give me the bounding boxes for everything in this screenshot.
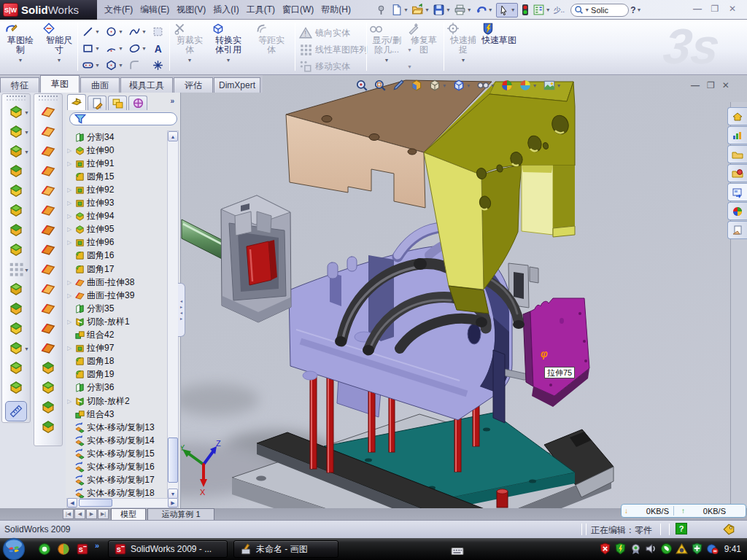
- tree-item[interactable]: 圆角16: [67, 249, 166, 262]
- taskbar-button-solidworks[interactable]: S SolidWorks 2009 - ...: [108, 540, 228, 558]
- tray-certificate-icon[interactable]: [630, 542, 642, 555]
- tool-surface-knit[interactable]: [34, 259, 62, 279]
- quicklaunch-overflow-chevron[interactable]: »: [95, 541, 99, 550]
- tree-item[interactable]: 实体-移动/复制13: [67, 421, 166, 434]
- tool-surface-revolved[interactable]: [34, 121, 62, 141]
- sketch-tool-selection-box[interactable]: [150, 24, 165, 39]
- doc-restore-button[interactable]: ❐: [707, 80, 715, 90]
- tool-mirror-feature[interactable]: [2, 279, 30, 298]
- dropdown-arrow[interactable]: ▼: [118, 24, 125, 39]
- tool-extruded-cut[interactable]: [2, 200, 30, 219]
- tool-surface-swept[interactable]: [34, 101, 62, 121]
- tool-wrap[interactable]: [2, 357, 30, 377]
- tray-warning-icon[interactable]: [676, 542, 688, 555]
- undo-icon[interactable]: ▼: [475, 4, 493, 16]
- tree-item[interactable]: ▷拉伸97: [67, 342, 166, 355]
- tab-last-button[interactable]: ▶|: [98, 509, 109, 519]
- tool-surface-free[interactable]: [34, 200, 62, 219]
- menu-帮助(H)[interactable]: 帮助(H): [317, 4, 355, 16]
- expand-arrow[interactable]: ▷: [67, 319, 74, 325]
- app-window-buttons[interactable]: — ❐ ✕: [692, 4, 738, 14]
- dropdown-arrow[interactable]: ▼: [95, 41, 101, 56]
- menu-视图(V)[interactable]: 视图(V): [173, 4, 209, 16]
- expand-arrow[interactable]: ▷: [67, 147, 74, 154]
- help-icon[interactable]: ?▼: [630, 5, 641, 15]
- tool-surface-boundary[interactable]: [34, 180, 62, 200]
- tool-surface-c[interactable]: [34, 141, 62, 160]
- search-input[interactable]: ▼Solic: [570, 4, 629, 17]
- tool-surface-loft[interactable]: [34, 160, 62, 180]
- print-icon[interactable]: ▼: [454, 4, 472, 16]
- panel-tab-dimxpertmanager[interactable]: [128, 96, 147, 110]
- tree-item[interactable]: 圆角15: [67, 170, 166, 183]
- hide-show-items-icon[interactable]: ▼: [476, 79, 495, 92]
- tool-swept-boss[interactable]: ▼: [2, 141, 30, 160]
- dropdown-arrow[interactable]: ▼: [142, 41, 148, 56]
- expand-arrow[interactable]: ▷: [67, 279, 74, 286]
- tool-surface-planar[interactable]: [34, 219, 62, 239]
- tree-item[interactable]: 分割35: [67, 302, 166, 315]
- select-tool-icon[interactable]: ▼: [496, 3, 518, 18]
- new-document-icon[interactable]: ▼: [390, 4, 409, 16]
- tree-item[interactable]: ▷拉伸96: [67, 236, 166, 249]
- tree-item[interactable]: ▷拉伸92: [67, 183, 166, 196]
- expand-arrow[interactable]: ▷: [67, 200, 74, 206]
- command-tab-评估[interactable]: 评估: [174, 77, 213, 93]
- tool-cylinder[interactable]: [34, 377, 62, 397]
- tree-filter-input[interactable]: [69, 112, 177, 125]
- quicklaunch-security-icon[interactable]: [57, 542, 70, 556]
- doc-tab-模型[interactable]: 模型: [111, 508, 146, 520]
- tree-item[interactable]: ▷切除-放样1: [67, 315, 166, 328]
- tree-item[interactable]: ▷切除-放样2: [67, 394, 166, 408]
- clamp-block-gray[interactable]: [221, 195, 291, 322]
- expand-arrow[interactable]: ▷: [67, 398, 74, 405]
- quicklaunch-solidworks-icon[interactable]: S: [76, 542, 89, 556]
- convert-entities-button[interactable]: 转换实体引用▼: [212, 22, 245, 65]
- tool-hole-wizard[interactable]: [2, 219, 30, 239]
- sketch-tool-line[interactable]: [80, 24, 95, 39]
- edit-appearance-icon[interactable]: [500, 79, 514, 92]
- tool-sketch-star[interactable]: [34, 397, 62, 416]
- tag-icon[interactable]: [722, 523, 735, 536]
- tree-item[interactable]: 圆角18: [67, 355, 166, 368]
- tool-surface-deleteface[interactable]: [34, 298, 62, 318]
- tree-item[interactable]: 实体-移动/复制17: [67, 474, 166, 487]
- tool-surface-elbow[interactable]: [34, 279, 62, 298]
- command-tab-草图[interactable]: 草图: [40, 75, 80, 93]
- tool-rib[interactable]: [2, 298, 30, 318]
- quick-snap-button[interactable]: 快速捕捉▼: [446, 22, 480, 65]
- expand-arrow[interactable]: ▷: [67, 345, 74, 351]
- tool-shell[interactable]: ▼: [2, 338, 30, 357]
- doc-close-button[interactable]: ✕: [722, 80, 729, 90]
- tree-item[interactable]: 实体-移动/复制14: [67, 434, 166, 447]
- input-method-icon[interactable]: [451, 545, 464, 558]
- quick-tips-help-icon[interactable]: ?: [676, 523, 687, 534]
- taskpane-tab-custom-properties[interactable]: [727, 221, 747, 239]
- command-tab-模具工具[interactable]: 模具工具: [120, 77, 173, 93]
- tray-messenger-icon[interactable]: [706, 542, 719, 555]
- tree-item[interactable]: ▷拉伸91: [67, 157, 166, 170]
- section-view-icon[interactable]: [410, 79, 423, 92]
- sketch-tool-spline[interactable]: [127, 24, 142, 39]
- dropdown-arrow[interactable]: ▼: [118, 41, 125, 56]
- taskbar-button-paint[interactable]: 未命名 - 画图: [233, 540, 338, 558]
- taskpane-tab-design-library[interactable]: [727, 145, 747, 163]
- tool-surface-offset[interactable]: [34, 239, 62, 259]
- zoom-area-icon[interactable]: [374, 79, 387, 92]
- menu-文件(F)[interactable]: 文件(F): [101, 4, 136, 16]
- tray-voip-icon[interactable]: [660, 542, 673, 555]
- tool-fillet-surf[interactable]: [34, 357, 62, 377]
- sketch-tool-arc[interactable]: [104, 41, 118, 56]
- zoom-fit-icon[interactable]: [355, 79, 368, 92]
- tool-revolved-boss[interactable]: ▼: [2, 121, 30, 141]
- command-tab-曲面[interactable]: 曲面: [80, 77, 120, 93]
- taskpane-tab-file-explorer[interactable]: [727, 164, 747, 182]
- start-button[interactable]: [2, 537, 26, 560]
- app-minimize-button[interactable]: —: [692, 4, 703, 14]
- dropdown-arrow[interactable]: ▼: [95, 24, 101, 39]
- hscroll-thumb[interactable]: [79, 499, 112, 507]
- sketch-tool-polygon[interactable]: [104, 58, 118, 73]
- heads-up-view-toolbar[interactable]: ▼▼▼▼▼: [355, 79, 567, 92]
- tab-prev-button[interactable]: ◀: [74, 509, 85, 519]
- scroll-up-button[interactable]: ▲: [168, 131, 178, 141]
